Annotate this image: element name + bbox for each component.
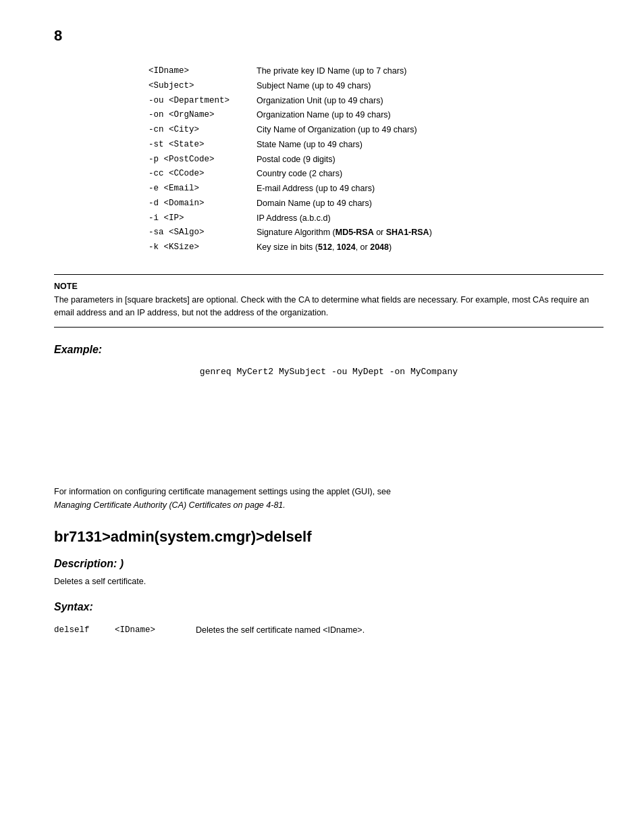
param-desc-postcode: Postal code (9 digits) <box>257 153 336 166</box>
param-row-postcode: -p <PostCode> Postal code (9 digits) <box>149 153 603 166</box>
param-row-orgname: -on <OrgName> Organization Name (up to 4… <box>149 109 603 122</box>
param-name-orgname: -on <OrgName> <box>149 109 257 122</box>
param-desc-subject: Subject Name (up to 49 chars) <box>257 80 371 93</box>
example-heading: Example: <box>54 344 603 356</box>
example-code: genreq MyCert2 MySubject -ou MyDept -on … <box>54 367 603 377</box>
description-text: Deletes a self certificate. <box>54 577 603 586</box>
param-desc-domain: Domain Name (up to 49 chars) <box>257 197 372 210</box>
param-row-salgo: -sa <SAlgo> Signature Algorithm (MD5-RSA… <box>149 226 603 239</box>
param-row-department: -ou <Department> Organization Unit (up t… <box>149 95 603 107</box>
param-row-ip: -i <IP> IP Address (a.b.c.d) <box>149 212 603 225</box>
syntax-arg: <IDname> <box>115 624 196 637</box>
param-name-ksize: -k <KSize> <box>149 241 257 254</box>
param-name-postcode: -p <PostCode> <box>149 153 257 166</box>
syntax-cmd: delself <box>54 624 115 637</box>
param-row-city: -cn <City> City Name of Organization (up… <box>149 124 603 136</box>
param-desc-salgo: Signature Algorithm (MD5-RSA or SHA1-RSA… <box>257 226 432 239</box>
params-table: <IDname> The private key ID Name (up to … <box>149 65 603 254</box>
param-name-subject: <Subject> <box>149 80 257 93</box>
note-title: NOTE <box>54 282 603 291</box>
param-desc-ksize: Key size in bits (512, 1024, or 2048) <box>257 241 392 254</box>
param-desc-ccode: Country code (2 chars) <box>257 167 342 180</box>
syntax-row: delself <IDname> Deletes the self certif… <box>54 624 603 637</box>
param-row-ccode: -cc <CCode> Country code (2 chars) <box>149 167 603 180</box>
info-text-line2: Managing Certificate Authority (CA) Cert… <box>54 500 286 510</box>
param-desc-email: E-mail Address (up to 49 chars) <box>257 182 375 195</box>
param-row-domain: -d <Domain> Domain Name (up to 49 chars) <box>149 197 603 210</box>
param-name-ip: -i <IP> <box>149 212 257 225</box>
info-text-line1: For information on configuring certifica… <box>54 487 391 496</box>
page-container: 8 <IDname> The private key ID Name (up t… <box>0 0 644 664</box>
param-desc-city: City Name of Organization (up to 49 char… <box>257 124 417 136</box>
param-row-ksize: -k <KSize> Key size in bits (512, 1024, … <box>149 241 603 254</box>
info-text: For information on configuring certifica… <box>54 485 603 512</box>
syntax-desc: Deletes the self certificate named <IDna… <box>196 624 365 637</box>
param-desc-department: Organization Unit (up to 49 chars) <box>257 95 383 107</box>
param-desc-orgname: Organization Name (up to 49 chars) <box>257 109 391 122</box>
syntax-heading: Syntax: <box>54 601 603 613</box>
param-name-state: -st <State> <box>149 138 257 151</box>
note-box: NOTE The parameters in [square brackets]… <box>54 274 603 328</box>
param-desc-idname: The private key ID Name (up to 7 chars) <box>257 65 406 78</box>
param-name-idname: <IDname> <box>149 65 257 78</box>
section-heading: br7131>admin(system.cmgr)>delself <box>54 528 603 546</box>
param-name-domain: -d <Domain> <box>149 197 257 210</box>
note-text: The parameters in [square brackets] are … <box>54 294 603 319</box>
param-row-idname: <IDname> The private key ID Name (up to … <box>149 65 603 78</box>
param-name-ccode: -cc <CCode> <box>149 167 257 180</box>
param-row-state: -st <State> State Name (up to 49 chars) <box>149 138 603 151</box>
param-name-email: -e <Email> <box>149 182 257 195</box>
param-desc-ip: IP Address (a.b.c.d) <box>257 212 331 225</box>
param-name-city: -cn <City> <box>149 124 257 136</box>
description-heading: Description: ) <box>54 558 603 570</box>
param-desc-state: State Name (up to 49 chars) <box>257 138 363 151</box>
param-name-department: -ou <Department> <box>149 95 257 107</box>
param-row-email: -e <Email> E-mail Address (up to 49 char… <box>149 182 603 195</box>
param-name-salgo: -sa <SAlgo> <box>149 226 257 239</box>
page-number: 8 <box>54 27 603 45</box>
param-row-subject: <Subject> Subject Name (up to 49 chars) <box>149 80 603 93</box>
